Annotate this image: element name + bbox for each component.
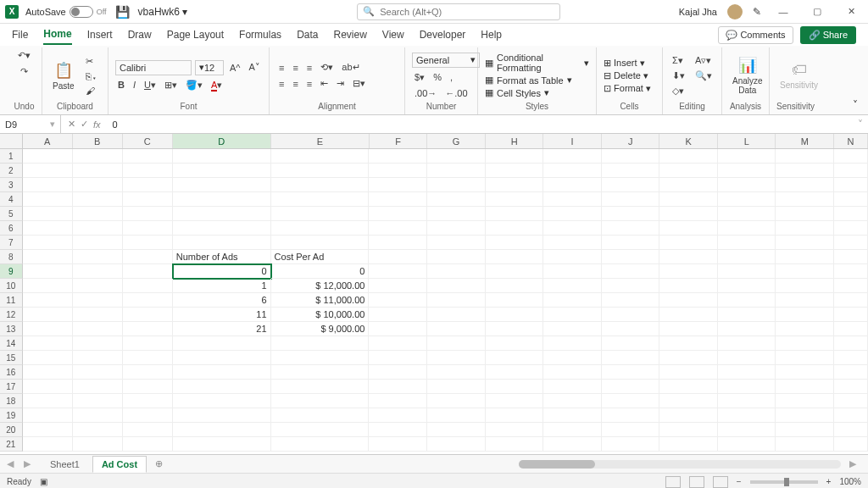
cell-M13[interactable] — [776, 322, 834, 336]
cell-D16[interactable] — [173, 365, 271, 380]
cell-L12[interactable] — [718, 308, 776, 322]
insert-cells-button[interactable]: ⊞ Insert ▾ — [604, 58, 651, 69]
horizontal-scrollbar[interactable] — [519, 460, 841, 469]
cell-L11[interactable] — [718, 293, 776, 308]
cell-H19[interactable] — [486, 408, 544, 423]
cell-G9[interactable] — [427, 264, 486, 279]
cell-K18[interactable] — [659, 394, 718, 408]
cell-F15[interactable] — [369, 351, 427, 365]
merge-button[interactable]: ⊟▾ — [350, 77, 368, 90]
cell-H10[interactable] — [486, 279, 544, 293]
cell-D14[interactable] — [173, 336, 271, 351]
find-select-button[interactable]: 🔍▾ — [693, 69, 715, 82]
cell-E7[interactable] — [271, 236, 370, 250]
cell-N16[interactable] — [834, 365, 868, 380]
cell-F7[interactable] — [369, 236, 427, 250]
cell-H6[interactable] — [486, 221, 544, 236]
cell-H15[interactable] — [486, 351, 544, 365]
align-bottom-button[interactable]: ≡ — [304, 62, 314, 74]
column-header-A[interactable]: A — [23, 134, 73, 148]
cell-L9[interactable] — [718, 264, 776, 279]
cell-I20[interactable] — [543, 423, 602, 437]
cell-L10[interactable] — [718, 279, 776, 293]
row-header-13[interactable]: 13 — [0, 322, 23, 336]
cell-L4[interactable] — [718, 192, 776, 207]
comments-button[interactable]: 💬 Comments — [718, 26, 793, 44]
cell-L3[interactable] — [718, 178, 776, 192]
fill-color-button[interactable]: 🪣▾ — [183, 79, 205, 92]
row-header-14[interactable]: 14 — [0, 336, 23, 351]
cell-L5[interactable] — [718, 207, 776, 221]
row-header-6[interactable]: 6 — [0, 221, 23, 236]
cell-D8[interactable]: Number of Ads — [173, 250, 271, 264]
row-header-20[interactable]: 20 — [0, 423, 23, 437]
cell-C4[interactable] — [123, 192, 173, 207]
cell-C8[interactable] — [123, 250, 173, 264]
spreadsheet-grid[interactable]: ABCDEFGHIJKLMN 12345678Number of AdsCost… — [0, 134, 868, 454]
cell-A16[interactable] — [23, 365, 73, 380]
cell-J18[interactable] — [602, 394, 660, 408]
number-format-select[interactable]: General▾ — [412, 53, 480, 68]
cell-H4[interactable] — [486, 192, 544, 207]
cell-L8[interactable] — [718, 250, 776, 264]
cell-A17[interactable] — [23, 380, 73, 394]
cell-G4[interactable] — [427, 192, 486, 207]
cell-J16[interactable] — [602, 365, 660, 380]
cell-A12[interactable] — [23, 308, 73, 322]
cell-I21[interactable] — [543, 437, 602, 452]
cell-E13[interactable]: $ 9,000.00 — [271, 322, 370, 336]
fill-button[interactable]: ⬇▾ — [670, 69, 687, 82]
undo-button[interactable]: ↶▾ — [15, 49, 33, 62]
cell-J9[interactable] — [602, 264, 660, 279]
cell-L17[interactable] — [718, 380, 776, 394]
cell-G21[interactable] — [427, 437, 486, 452]
cell-M9[interactable] — [776, 264, 834, 279]
tab-home[interactable]: Home — [43, 25, 71, 45]
cell-F8[interactable] — [369, 250, 427, 264]
row-header-12[interactable]: 12 — [0, 308, 23, 322]
cell-N11[interactable] — [834, 293, 868, 308]
row-header-16[interactable]: 16 — [0, 365, 23, 380]
increase-decimal-button[interactable]: .00→ — [412, 87, 439, 99]
cell-K1[interactable] — [659, 149, 718, 164]
bold-button[interactable]: B — [115, 79, 127, 91]
cell-M21[interactable] — [776, 437, 834, 452]
row-header-1[interactable]: 1 — [0, 149, 23, 164]
cell-H8[interactable] — [486, 250, 544, 264]
cell-E9[interactable]: 0 — [271, 264, 370, 279]
sensitivity-button[interactable]: 🏷 Sensitivity — [776, 59, 821, 92]
align-right-button[interactable]: ≡ — [304, 78, 314, 90]
cell-K2[interactable] — [659, 164, 718, 178]
cell-M12[interactable] — [776, 308, 834, 322]
cell-D4[interactable] — [173, 192, 271, 207]
cell-F10[interactable] — [369, 279, 427, 293]
sort-filter-button[interactable]: A▿▾ — [693, 54, 715, 67]
cell-G6[interactable] — [427, 221, 486, 236]
cell-B17[interactable] — [73, 380, 123, 394]
row-header-9[interactable]: 9 — [0, 264, 23, 279]
row-header-21[interactable]: 21 — [0, 437, 23, 452]
tab-insert[interactable]: Insert — [87, 25, 113, 44]
cell-N14[interactable] — [834, 336, 868, 351]
cell-K4[interactable] — [659, 192, 718, 207]
column-header-K[interactable]: K — [659, 134, 718, 148]
cell-I9[interactable] — [543, 264, 602, 279]
cell-H1[interactable] — [486, 149, 544, 164]
cell-C20[interactable] — [123, 423, 173, 437]
cell-D7[interactable] — [173, 236, 271, 250]
cell-I3[interactable] — [543, 178, 602, 192]
shrink-font-button[interactable]: A˅ — [247, 61, 263, 74]
cell-H18[interactable] — [486, 394, 544, 408]
border-button[interactable]: ⊞▾ — [162, 79, 180, 92]
cell-A3[interactable] — [23, 178, 73, 192]
cell-C19[interactable] — [123, 408, 173, 423]
font-size-select[interactable]: ▾ 12 — [195, 60, 224, 75]
cell-G7[interactable] — [427, 236, 486, 250]
sheet-nav-next[interactable]: ▶ — [24, 458, 31, 469]
cell-C5[interactable] — [123, 207, 173, 221]
cell-E10[interactable]: $ 12,000.00 — [271, 279, 370, 293]
cell-G17[interactable] — [427, 380, 486, 394]
column-header-G[interactable]: G — [427, 134, 486, 148]
cell-L2[interactable] — [718, 164, 776, 178]
column-header-J[interactable]: J — [602, 134, 660, 148]
